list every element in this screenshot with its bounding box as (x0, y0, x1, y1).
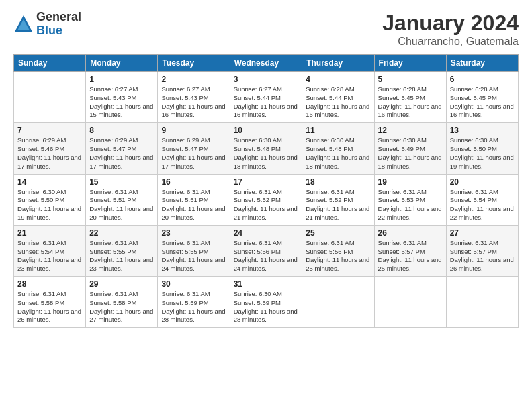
day-number: 8 (89, 126, 154, 135)
location-title: Chuarrancho, Guatemala (382, 36, 519, 48)
day-info: Sunrise: 6:27 AM Sunset: 5:44 PM Dayligh… (234, 85, 299, 120)
day-number: 2 (161, 75, 226, 84)
day-info: Sunrise: 6:28 AM Sunset: 5:45 PM Dayligh… (378, 85, 443, 120)
calendar-week-row: 7Sunrise: 6:29 AM Sunset: 5:46 PM Daylig… (14, 123, 519, 174)
day-number: 19 (378, 177, 443, 187)
col-thursday: Thursday (302, 55, 374, 72)
day-number: 16 (161, 177, 226, 187)
table-row: 4Sunrise: 6:28 AM Sunset: 5:44 PM Daylig… (302, 72, 374, 123)
col-tuesday: Tuesday (158, 55, 230, 72)
table-row: 20Sunrise: 6:31 AM Sunset: 5:54 PM Dayli… (446, 174, 518, 225)
day-number: 10 (234, 126, 299, 135)
table-row: 9Sunrise: 6:29 AM Sunset: 5:47 PM Daylig… (158, 123, 230, 174)
day-info: Sunrise: 6:30 AM Sunset: 5:50 PM Dayligh… (450, 136, 515, 171)
table-row: 29Sunrise: 6:31 AM Sunset: 5:58 PM Dayli… (86, 277, 158, 328)
day-info: Sunrise: 6:28 AM Sunset: 5:45 PM Dayligh… (450, 85, 515, 120)
logo-icon (13, 14, 34, 34)
table-row (446, 277, 518, 328)
day-number: 26 (378, 228, 443, 238)
logo-general: General (36, 11, 81, 24)
table-row: 16Sunrise: 6:31 AM Sunset: 5:51 PM Dayli… (158, 174, 230, 225)
day-number: 5 (378, 75, 443, 84)
table-row (302, 277, 374, 328)
day-number: 22 (89, 228, 154, 238)
table-row: 23Sunrise: 6:31 AM Sunset: 5:55 PM Dayli… (158, 225, 230, 276)
calendar-week-row: 14Sunrise: 6:30 AM Sunset: 5:50 PM Dayli… (14, 174, 519, 225)
table-row: 15Sunrise: 6:31 AM Sunset: 5:51 PM Dayli… (86, 174, 158, 225)
table-row: 22Sunrise: 6:31 AM Sunset: 5:55 PM Dayli… (86, 225, 158, 276)
day-number: 21 (17, 228, 82, 238)
calendar-week-row: 21Sunrise: 6:31 AM Sunset: 5:54 PM Dayli… (14, 225, 519, 276)
table-row: 1Sunrise: 6:27 AM Sunset: 5:43 PM Daylig… (86, 72, 158, 123)
table-row: 28Sunrise: 6:31 AM Sunset: 5:58 PM Dayli… (14, 277, 86, 328)
day-info: Sunrise: 6:31 AM Sunset: 5:52 PM Dayligh… (234, 188, 299, 222)
day-number: 14 (17, 177, 82, 187)
table-row: 21Sunrise: 6:31 AM Sunset: 5:54 PM Dayli… (14, 225, 86, 276)
table-row: 18Sunrise: 6:31 AM Sunset: 5:52 PM Dayli… (302, 174, 374, 225)
table-row (14, 72, 86, 123)
day-number: 25 (306, 228, 370, 238)
calendar-table: Sunday Monday Tuesday Wednesday Thursday… (13, 54, 519, 328)
day-number: 9 (161, 126, 226, 135)
day-number: 15 (89, 177, 154, 187)
table-row: 2Sunrise: 6:27 AM Sunset: 5:43 PM Daylig… (158, 72, 230, 123)
table-row: 13Sunrise: 6:30 AM Sunset: 5:50 PM Dayli… (446, 123, 518, 174)
day-info: Sunrise: 6:31 AM Sunset: 5:58 PM Dayligh… (89, 290, 154, 324)
header: General Blue January 2024 Chuarrancho, G… (13, 11, 519, 48)
day-info: Sunrise: 6:31 AM Sunset: 5:55 PM Dayligh… (161, 239, 226, 273)
col-saturday: Saturday (446, 55, 518, 72)
day-info: Sunrise: 6:31 AM Sunset: 5:54 PM Dayligh… (17, 239, 82, 273)
title-block: January 2024 Chuarrancho, Guatemala (382, 11, 519, 48)
day-info: Sunrise: 6:31 AM Sunset: 5:53 PM Dayligh… (378, 188, 443, 222)
day-number: 13 (450, 126, 515, 135)
logo: General Blue (13, 11, 81, 38)
table-row: 3Sunrise: 6:27 AM Sunset: 5:44 PM Daylig… (230, 72, 302, 123)
day-number: 24 (234, 228, 299, 238)
col-wednesday: Wednesday (230, 55, 302, 72)
day-number: 11 (306, 126, 370, 135)
day-info: Sunrise: 6:29 AM Sunset: 5:47 PM Dayligh… (161, 136, 226, 171)
day-number: 18 (306, 177, 370, 187)
day-number: 27 (450, 228, 515, 238)
day-number: 30 (161, 279, 226, 289)
table-row: 10Sunrise: 6:30 AM Sunset: 5:48 PM Dayli… (230, 123, 302, 174)
table-row: 24Sunrise: 6:31 AM Sunset: 5:56 PM Dayli… (230, 225, 302, 276)
table-row: 17Sunrise: 6:31 AM Sunset: 5:52 PM Dayli… (230, 174, 302, 225)
day-info: Sunrise: 6:31 AM Sunset: 5:52 PM Dayligh… (306, 188, 370, 222)
table-row (374, 277, 446, 328)
table-row: 12Sunrise: 6:30 AM Sunset: 5:49 PM Dayli… (374, 123, 446, 174)
day-number: 12 (378, 126, 443, 135)
day-info: Sunrise: 6:29 AM Sunset: 5:47 PM Dayligh… (89, 136, 154, 171)
day-info: Sunrise: 6:27 AM Sunset: 5:43 PM Dayligh… (161, 85, 226, 120)
table-row: 7Sunrise: 6:29 AM Sunset: 5:46 PM Daylig… (14, 123, 86, 174)
day-info: Sunrise: 6:30 AM Sunset: 5:49 PM Dayligh… (378, 136, 443, 171)
table-row: 26Sunrise: 6:31 AM Sunset: 5:57 PM Dayli… (374, 225, 446, 276)
day-info: Sunrise: 6:31 AM Sunset: 5:56 PM Dayligh… (234, 239, 299, 273)
day-number: 1 (89, 75, 154, 84)
table-row: 31Sunrise: 6:30 AM Sunset: 5:59 PM Dayli… (230, 277, 302, 328)
day-info: Sunrise: 6:31 AM Sunset: 5:51 PM Dayligh… (89, 188, 154, 222)
table-row: 19Sunrise: 6:31 AM Sunset: 5:53 PM Dayli… (374, 174, 446, 225)
day-info: Sunrise: 6:28 AM Sunset: 5:44 PM Dayligh… (306, 85, 370, 120)
day-number: 17 (234, 177, 299, 187)
day-number: 31 (234, 279, 299, 289)
day-info: Sunrise: 6:31 AM Sunset: 5:54 PM Dayligh… (450, 188, 515, 222)
day-info: Sunrise: 6:30 AM Sunset: 5:59 PM Dayligh… (234, 290, 299, 324)
month-title: January 2024 (382, 11, 519, 36)
day-info: Sunrise: 6:31 AM Sunset: 5:58 PM Dayligh… (17, 290, 82, 324)
table-row: 27Sunrise: 6:31 AM Sunset: 5:57 PM Dayli… (446, 225, 518, 276)
table-row: 25Sunrise: 6:31 AM Sunset: 5:56 PM Dayli… (302, 225, 374, 276)
day-number: 6 (450, 75, 515, 84)
table-row: 8Sunrise: 6:29 AM Sunset: 5:47 PM Daylig… (86, 123, 158, 174)
table-row: 11Sunrise: 6:30 AM Sunset: 5:48 PM Dayli… (302, 123, 374, 174)
day-info: Sunrise: 6:27 AM Sunset: 5:43 PM Dayligh… (89, 85, 154, 120)
day-number: 23 (161, 228, 226, 238)
col-friday: Friday (374, 55, 446, 72)
day-info: Sunrise: 6:30 AM Sunset: 5:50 PM Dayligh… (17, 188, 82, 222)
day-number: 7 (17, 126, 82, 135)
day-number: 4 (306, 75, 370, 84)
day-number: 3 (234, 75, 299, 84)
day-info: Sunrise: 6:31 AM Sunset: 5:51 PM Dayligh… (161, 188, 226, 222)
day-number: 20 (450, 177, 515, 187)
day-info: Sunrise: 6:31 AM Sunset: 5:59 PM Dayligh… (161, 290, 226, 324)
